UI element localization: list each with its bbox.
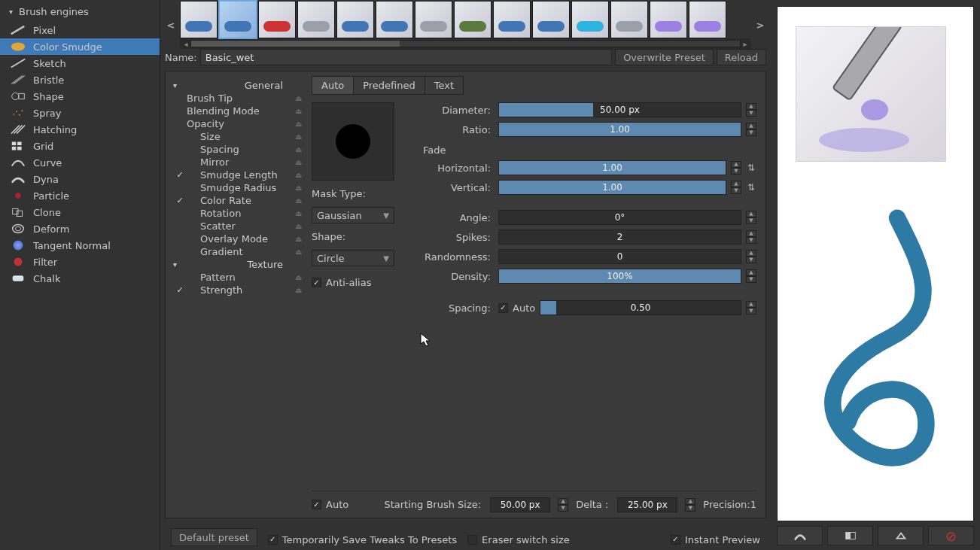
- preset-thumb[interactable]: [689, 1, 726, 38]
- diameter-spin[interactable]: ▲▼: [746, 103, 756, 117]
- horizontal-spin[interactable]: ▲▼: [731, 161, 741, 175]
- scroll-left-icon[interactable]: ◂: [181, 40, 190, 48]
- mask-type-combo[interactable]: Gaussian▼: [312, 207, 394, 223]
- preset-thumb[interactable]: [493, 1, 531, 38]
- tree-item[interactable]: Opacity⏏: [173, 117, 304, 130]
- tree-item[interactable]: Overlay Mode⏏: [173, 232, 304, 245]
- engine-shape[interactable]: Shape: [0, 88, 160, 105]
- link-icon[interactable]: ⇅: [746, 182, 756, 193]
- tree-item[interactable]: Pattern⏏: [173, 271, 304, 284]
- tab-text[interactable]: Text: [425, 77, 463, 94]
- spacing-spin[interactable]: ▲▼: [746, 301, 756, 315]
- engine-filter[interactable]: Filter: [0, 254, 160, 270]
- engine-tangent-normal[interactable]: Tangent Normal: [0, 237, 160, 254]
- randomness-slider[interactable]: 0: [498, 249, 741, 264]
- link-icon[interactable]: ⇅: [746, 163, 756, 173]
- preset-thumb[interactable]: [336, 1, 374, 38]
- engine-sketch[interactable]: Sketch: [0, 55, 160, 71]
- lock-icon: ⏏: [295, 248, 304, 256]
- engine-chalk[interactable]: Chalk: [0, 270, 160, 287]
- scroll-right-icon[interactable]: ▸: [741, 40, 750, 48]
- preset-name-input[interactable]: [200, 49, 612, 65]
- ratio-slider[interactable]: 1.00: [498, 122, 741, 137]
- angle-spin[interactable]: ▲▼: [746, 211, 756, 224]
- engine-dyna[interactable]: Dyna: [0, 171, 160, 187]
- density-slider[interactable]: 100%: [498, 269, 741, 284]
- horizontal-slider[interactable]: 1.00: [498, 160, 726, 175]
- preset-thumb[interactable]: [650, 1, 687, 38]
- engine-deform[interactable]: Deform: [0, 220, 160, 237]
- engine-color-smudge[interactable]: Color Smudge: [0, 38, 160, 55]
- preset-prev-button[interactable]: <: [165, 20, 177, 31]
- fill-gradient-button[interactable]: [827, 526, 873, 545]
- tree-item-label: Overlay Mode: [185, 233, 295, 245]
- randomness-spin[interactable]: ▲▼: [746, 250, 756, 263]
- svg-rect-7: [12, 142, 17, 146]
- spacing-auto-checkbox[interactable]: Auto: [498, 302, 535, 314]
- shape-combo[interactable]: Circle▼: [312, 250, 394, 266]
- angle-slider[interactable]: 0°: [498, 210, 741, 225]
- tree-item[interactable]: Scatter⏏: [173, 220, 304, 232]
- precision-auto-checkbox[interactable]: Auto: [312, 499, 348, 510]
- preset-thumb[interactable]: [532, 1, 570, 38]
- engine-pixel[interactable]: Pixel: [0, 22, 160, 38]
- vertical-slider[interactable]: 1.00: [498, 180, 726, 195]
- temp-save-checkbox[interactable]: Temporarily Save Tweaks To Presets: [268, 534, 457, 545]
- spikes-spin[interactable]: ▲▼: [746, 230, 756, 244]
- antialias-checkbox[interactable]: Anti-alias: [312, 277, 409, 288]
- tree-item[interactable]: Smudge Radius⏏: [173, 181, 304, 194]
- engine-grid[interactable]: Grid: [0, 138, 160, 154]
- engine-hatching[interactable]: Hatching: [0, 121, 160, 138]
- tree-item[interactable]: Spacing⏏: [173, 143, 304, 156]
- overwrite-preset-button[interactable]: Overwrite Preset: [615, 49, 714, 65]
- spacing-slider[interactable]: 0.50: [540, 300, 741, 315]
- engine-clone[interactable]: Clone: [0, 204, 160, 220]
- delta-spin[interactable]: ▲▼: [685, 498, 695, 512]
- preset-thumb[interactable]: [610, 1, 648, 38]
- instant-preview-checkbox[interactable]: Instant Preview: [671, 534, 760, 545]
- diameter-slider[interactable]: 50.00 px: [498, 102, 741, 117]
- start-size-field[interactable]: 50.00 px: [490, 497, 550, 512]
- preset-scrollbar[interactable]: ◂ ▸: [180, 38, 751, 49]
- tree-group-texture[interactable]: ▾Texture: [173, 258, 304, 271]
- tab-auto[interactable]: Auto: [312, 77, 354, 94]
- engine-spray[interactable]: Spray: [0, 105, 160, 121]
- tree-item[interactable]: Mirror⏏: [173, 156, 304, 169]
- density-spin[interactable]: ▲▼: [746, 269, 756, 283]
- vertical-spin[interactable]: ▲▼: [731, 181, 741, 194]
- default-preset-button[interactable]: Default preset: [171, 528, 257, 546]
- preset-thumb[interactable]: [297, 1, 335, 38]
- clear-button[interactable]: ⊘: [928, 526, 974, 545]
- tree-item[interactable]: Blending Mode⏏: [173, 105, 304, 117]
- preset-thumb[interactable]: [219, 1, 257, 38]
- spikes-slider[interactable]: 2: [498, 229, 741, 245]
- reload-button[interactable]: Reload: [717, 49, 766, 65]
- tree-item[interactable]: Rotation⏏: [173, 207, 304, 220]
- tree-item[interactable]: Size⏏: [173, 130, 304, 143]
- fill-stroke-button[interactable]: [777, 526, 823, 545]
- preset-thumb[interactable]: [258, 1, 296, 38]
- preset-thumb[interactable]: [571, 1, 609, 38]
- tree-item[interactable]: Brush Tip⏏: [173, 92, 304, 105]
- engine-bristle[interactable]: Bristle: [0, 71, 160, 88]
- preset-thumb[interactable]: [415, 1, 452, 38]
- start-size-spin[interactable]: ▲▼: [558, 498, 568, 512]
- engine-particle[interactable]: Particle: [0, 187, 160, 204]
- preset-next-button[interactable]: >: [754, 20, 766, 31]
- engine-label: Color Smudge: [33, 41, 102, 53]
- delta-field[interactable]: 25.00 px: [617, 497, 677, 512]
- tree-item[interactable]: Gradient⏏: [173, 245, 304, 258]
- engine-curve[interactable]: Curve: [0, 154, 160, 171]
- preset-thumb[interactable]: [454, 1, 492, 38]
- tree-item[interactable]: ✓Smudge Length⏏: [173, 169, 304, 181]
- eraser-switch-checkbox[interactable]: Eraser switch size: [467, 534, 570, 545]
- tree-group-general[interactable]: ▾General: [173, 79, 304, 92]
- preset-thumb[interactable]: [376, 1, 413, 38]
- tree-item[interactable]: ✓Color Rate⏏: [173, 194, 304, 207]
- ratio-spin[interactable]: ▲▼: [746, 123, 756, 136]
- tree-item-label: Pattern: [185, 272, 295, 283]
- tab-predefined[interactable]: Predefined: [354, 77, 425, 94]
- tree-item[interactable]: ✓Strength⏏: [173, 284, 304, 296]
- preset-thumb[interactable]: [180, 1, 218, 38]
- fill-background-button[interactable]: [878, 526, 924, 545]
